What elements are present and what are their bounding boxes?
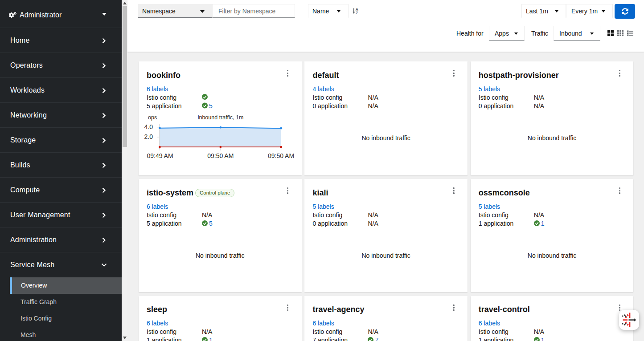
- svg-text:Z: Z: [356, 11, 358, 14]
